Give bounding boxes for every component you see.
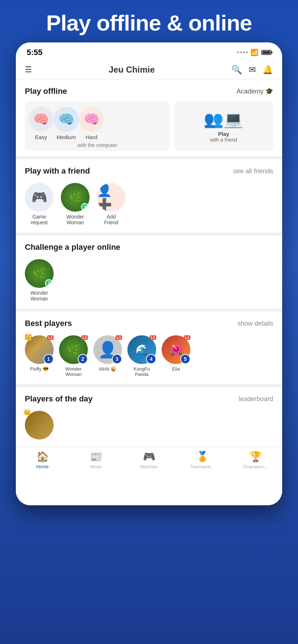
- brain-medium-icon: 🧠: [54, 107, 79, 132]
- nav-news[interactable]: 📰 News: [81, 451, 110, 469]
- play-label: Play: [218, 131, 229, 137]
- best-players-title: Best players: [25, 319, 72, 328]
- difficulty-hard[interactable]: 🧠 Hard: [79, 107, 104, 140]
- aliali-rank: 3: [112, 354, 122, 364]
- elia-avatar-wrap: 🌺 L1 5: [162, 335, 190, 364]
- medium-label: Medium: [57, 134, 76, 140]
- friends-row: 🎮 Gamerequest 🌿 1 WonderWoman 👤➕: [25, 181, 273, 227]
- play-with-friend-title: Play with a friend: [25, 166, 90, 176]
- news-icon: 📰: [90, 451, 102, 463]
- champion-label: Champion...: [243, 464, 268, 469]
- wifi-icon: 📶: [250, 49, 258, 56]
- tournament-label: Tourname...: [190, 464, 215, 469]
- nav-tournament[interactable]: 🏅 Tourname...: [188, 451, 217, 469]
- nav-matches[interactable]: 🎮 Matches: [135, 451, 163, 469]
- play-offline-header: Play offline Academy 🎓: [25, 87, 273, 96]
- players-of-day-header: Players of the day leaderboard: [25, 394, 273, 404]
- player-aliali[interactable]: 👤 L1 3 AliAli 😜: [93, 335, 122, 377]
- nav-title: Jeu Chimie: [32, 65, 231, 75]
- play-computer-card[interactable]: 🧠 Easy 🧠 Medium 🧠 Hard: [25, 101, 170, 151]
- nav-champion[interactable]: 🏆 Champion...: [241, 451, 270, 469]
- navbar: ☰ Jeu Chimie 🔍 ✉ 🔔: [16, 60, 282, 79]
- top-banner: Play offline & online: [0, 0, 298, 42]
- challenge-ww-badge: 1: [45, 279, 53, 287]
- pot-day-avatar-wrap: 👑: [25, 411, 54, 440]
- add-friend-label: AddFriend: [104, 214, 118, 225]
- ww-rank: 2: [78, 354, 88, 364]
- brain-easy-icon: 🧠: [28, 107, 54, 132]
- aliali-level: L1: [116, 335, 122, 340]
- kfp-rank: 4: [146, 354, 156, 364]
- difficulty-medium[interactable]: 🧠 Medium: [54, 107, 79, 140]
- challenge-online-header: Challenge a player online: [25, 243, 273, 252]
- elia-level: L1: [184, 335, 190, 340]
- divider-1: [16, 156, 282, 159]
- bottom-nav: 🏠 Home 📰 News 🎮 Matches 🏅 Tourname... 🏆 …: [16, 447, 282, 477]
- news-label: News: [90, 464, 102, 469]
- champion-icon: 🏆: [249, 451, 262, 463]
- computer-subtitle: with the computer: [28, 142, 166, 148]
- kfp-avatar-wrap: 🌊 L1 4: [127, 335, 156, 364]
- fluffy-avatar-wrap: 👑 L1 1: [25, 335, 54, 364]
- kfp-name: KungFuPanda: [134, 366, 150, 377]
- easy-label: Easy: [35, 134, 47, 140]
- add-friend-avatar: 👤➕: [97, 183, 126, 212]
- wonder-woman-friend-label: WonderWoman: [67, 214, 84, 225]
- best-players-row: 👑 L1 1 Fluffy 😎 🌿 L1 2 Wonde: [25, 334, 273, 379]
- elia-rank: 5: [180, 354, 190, 364]
- wonder-woman-friend-avatar: 🌿 1: [61, 183, 90, 212]
- players-of-day-section: Players of the day leaderboard 👑: [16, 387, 282, 447]
- search-icon[interactable]: 🔍: [231, 65, 242, 75]
- player-fluffy[interactable]: 👑 L1 1 Fluffy 😎: [25, 335, 54, 377]
- show-details-link[interactable]: show details: [238, 320, 273, 327]
- fluffy-level: L1: [47, 335, 54, 340]
- play-with-friend-header: Play with a friend see all friends: [25, 166, 273, 176]
- signal-dots-icon: [237, 51, 248, 53]
- status-time: 5:55: [27, 48, 42, 57]
- aliali-avatar-wrap: 👤 L1 3: [93, 335, 122, 364]
- home-icon: 🏠: [36, 451, 49, 463]
- add-friend-item[interactable]: 👤➕ AddFriend: [97, 183, 126, 225]
- difficulty-easy[interactable]: 🧠 Easy: [28, 107, 54, 140]
- wonder-woman-badge: 1: [81, 203, 89, 211]
- leaderboard-link[interactable]: leaderboard: [239, 395, 273, 403]
- mail-icon[interactable]: ✉: [249, 65, 256, 75]
- game-request-label: Gamerequest: [31, 214, 48, 225]
- challenge-wonder-woman-avatar: 🌿 1: [25, 259, 54, 288]
- battery-icon: [261, 50, 271, 55]
- play-offline-cards: 🧠 Easy 🧠 Medium 🧠 Hard: [25, 101, 273, 151]
- fluffy-rank: 1: [44, 354, 54, 364]
- challenge-players-row: 🌿 1 WonderWoman: [25, 257, 273, 303]
- player-elia[interactable]: 🌺 L1 5 Elia: [162, 335, 190, 377]
- brain-hard-icon: 🧠: [79, 107, 104, 132]
- challenge-wonder-woman[interactable]: 🌿 1 WonderWoman: [25, 259, 54, 302]
- wonder-woman-friend-item[interactable]: 🌿 1 WonderWoman: [61, 183, 90, 225]
- player-wonder-woman[interactable]: 🌿 L1 2 WonderWoman: [59, 335, 88, 377]
- person-add-icon: 👤➕: [97, 183, 126, 212]
- bell-icon[interactable]: 🔔: [262, 65, 273, 75]
- crown-icon: 👑: [25, 334, 33, 341]
- matches-label: Matches: [140, 464, 158, 469]
- pot-day-row: 👑: [25, 409, 273, 441]
- play-offline-section: Play offline Academy 🎓 🧠 Easy: [16, 79, 282, 156]
- elia-emoji: 🌺: [170, 344, 183, 356]
- hamburger-menu-button[interactable]: ☰: [25, 65, 32, 74]
- academy-link[interactable]: Academy 🎓: [236, 87, 273, 95]
- players-of-day-title: Players of the day: [25, 394, 92, 404]
- game-request-item[interactable]: 🎮 Gamerequest: [25, 183, 54, 225]
- divider-3: [16, 309, 282, 312]
- hard-label: Hard: [86, 134, 98, 140]
- top-banner-text: Play offline & online: [11, 11, 287, 35]
- play-friend-device-icon: 👥💻: [204, 110, 243, 129]
- elia-name: Elia: [172, 366, 180, 372]
- main-content: Play offline Academy 🎓 🧠 Easy: [16, 79, 282, 505]
- challenge-ww-name: WonderWoman: [31, 290, 48, 302]
- ww-level: L1: [81, 335, 88, 340]
- challenge-online-title: Challenge a player online: [25, 243, 120, 252]
- see-all-friends-link[interactable]: see all friends: [233, 167, 273, 175]
- nav-home[interactable]: 🏠 Home: [28, 451, 57, 469]
- pot-day-player[interactable]: 👑: [25, 411, 54, 440]
- player-kungfu-panda[interactable]: 🌊 L1 4 KungFuPanda: [127, 335, 156, 377]
- play-friend-card[interactable]: 👥💻 Play with a friend: [174, 101, 273, 151]
- challenge-online-section: Challenge a player online 🌿 1 WonderWoma…: [16, 235, 282, 309]
